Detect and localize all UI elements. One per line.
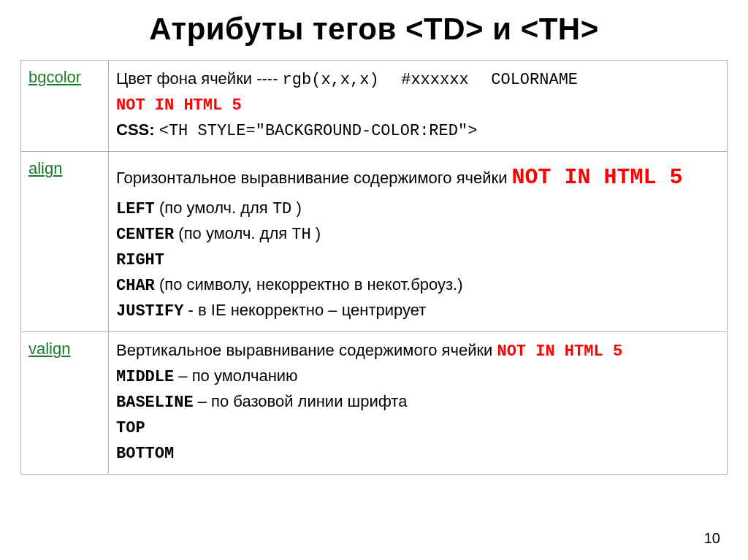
align-center-note: (по умолч. для <box>178 224 291 242</box>
align-desc: Горизонтальное выравнивание содержимого … <box>116 169 512 187</box>
bgcolor-deprecated: NOT IN HTML 5 <box>116 96 242 115</box>
align-link[interactable]: align <box>28 159 62 177</box>
page-number: 10 <box>704 530 720 547</box>
align-right: RIGHT <box>116 251 164 269</box>
attr-name-cell: align <box>21 152 109 332</box>
valign-deprecated: NOT IN HTML 5 <box>497 342 622 361</box>
align-justify: JUSTIFY <box>116 302 183 321</box>
valign-bottom: BOTTOM <box>116 445 174 463</box>
align-center-tag: TH <box>291 226 310 244</box>
align-left-tag: TD <box>272 200 291 218</box>
valign-baseline: BASELINE <box>116 394 194 412</box>
table-row: valign Вертикальное выравнивание содержи… <box>21 332 728 475</box>
align-left-note: (по умолч. для <box>159 199 272 217</box>
align-deprecated: NOT IN HTML 5 <box>512 165 683 190</box>
align-center-note-end: ) <box>316 224 321 242</box>
valign-top: TOP <box>116 419 145 437</box>
valign-middle: MIDDLE <box>116 368 174 386</box>
align-char: CHAR <box>116 277 155 295</box>
bgcolor-colorname: COLORNAME <box>491 71 578 89</box>
align-center: CENTER <box>116 226 174 244</box>
valign-baseline-note: – по базовой линии шрифта <box>198 392 408 410</box>
bgcolor-rgb: rgb(x,x,x) <box>283 71 379 89</box>
attr-name-cell: valign <box>21 332 109 475</box>
align-justify-note: - в IE некорректно – центрирует <box>188 301 427 319</box>
align-char-note: (по символу, некорректно в некот.броуз.) <box>159 275 463 294</box>
bgcolor-link[interactable]: bgcolor <box>28 68 81 86</box>
css-label: CSS: <box>116 120 155 139</box>
css-example: <TH STYLE="BACKGROUND-COLOR:RED"> <box>159 122 478 140</box>
align-left: LEFT <box>116 200 155 218</box>
attr-desc-cell: Цвет фона ячейки ---- rgb(x,x,x) #xxxxxx… <box>109 61 728 152</box>
valign-desc: Вертикальное выравнивание содержимого яч… <box>116 341 497 359</box>
table-row: align Горизонтальное выравнивание содерж… <box>21 152 728 332</box>
page-title: Атрибуты тегов <TD> и <TH> <box>20 12 728 47</box>
attr-name-cell: bgcolor <box>21 61 109 152</box>
align-left-note-end: ) <box>296 199 301 217</box>
bgcolor-hex: #xxxxxx <box>401 71 468 89</box>
attr-desc-cell: Вертикальное выравнивание содержимого яч… <box>109 332 728 475</box>
attr-desc-cell: Горизонтальное выравнивание содержимого … <box>109 152 728 332</box>
valign-link[interactable]: valign <box>28 340 70 358</box>
attributes-table: bgcolor Цвет фона ячейки ---- rgb(x,x,x)… <box>20 60 728 475</box>
table-row: bgcolor Цвет фона ячейки ---- rgb(x,x,x)… <box>21 61 728 152</box>
bgcolor-desc: Цвет фона ячейки ---- <box>116 69 283 88</box>
valign-middle-note: – по умолчанию <box>178 367 297 385</box>
